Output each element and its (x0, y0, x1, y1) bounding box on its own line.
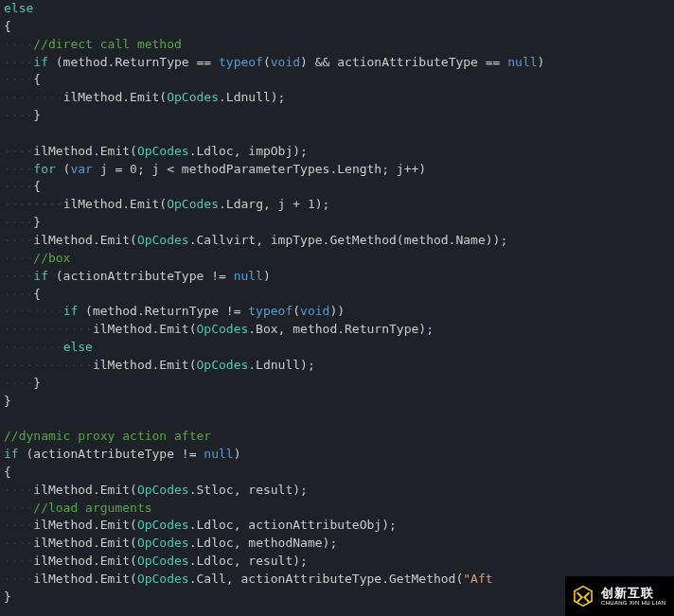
indent: ········ (4, 197, 63, 211)
keyword-var: var (70, 162, 92, 176)
indent: ···· (4, 233, 33, 247)
code-text: .Ldarg, j + (219, 197, 308, 211)
code-text: ) (263, 269, 271, 283)
class-opcodes: OpCodes (137, 233, 189, 247)
class-opcodes: OpCodes (137, 554, 189, 568)
keyword-else: else (63, 340, 93, 354)
keyword-null: null (204, 447, 233, 461)
code-text: .Ldloc, impObj); (189, 144, 308, 158)
indent: ···· (4, 269, 33, 283)
class-opcodes: OpCodes (167, 90, 219, 104)
class-opcodes: OpCodes (197, 322, 249, 336)
logo-chinese: 创新互联 (601, 587, 665, 600)
keyword-if: if (33, 269, 48, 283)
brace: { (33, 287, 41, 301)
keyword-if: if (33, 55, 48, 69)
indent: ···· (4, 251, 33, 265)
class-opcodes: OpCodes (137, 144, 189, 158)
brace: { (33, 179, 41, 193)
keyword-if: if (4, 447, 19, 461)
brace: } (4, 394, 11, 408)
comment: //direct call method (33, 37, 182, 51)
code-text: .Box, method.ReturnType); (248, 322, 434, 336)
indent: ···· (4, 144, 33, 158)
code-text: ilMethod.Emit( (93, 322, 197, 336)
indent: ···· (4, 37, 33, 51)
logo-text: 创新互联 CHUANG XIN HU LIAN (601, 587, 665, 606)
indent: ···· (4, 162, 33, 176)
code-text: (actionAttributeType != (19, 447, 204, 461)
code-text: ilMethod.Emit( (33, 554, 137, 568)
code-text: ( (293, 304, 300, 318)
code-text: ilMethod.Emit( (33, 518, 137, 532)
code-text: j = (93, 162, 130, 176)
code-text: ilMethod.Emit( (33, 233, 137, 247)
keyword-for: for (33, 162, 55, 176)
class-opcodes: OpCodes (137, 536, 189, 550)
keyword-typeof: typeof (219, 55, 263, 69)
indent: ············ (4, 358, 93, 372)
indent: ···· (4, 215, 33, 229)
code-text: ilMethod.Emit( (63, 90, 168, 104)
comment: //load arguments (33, 501, 151, 515)
brace: { (4, 19, 11, 33)
indent: ········ (4, 340, 63, 354)
code-text: ); (315, 197, 330, 211)
watermark-logo: 创新互联 CHUANG XIN HU LIAN (565, 576, 674, 616)
brace: } (33, 215, 41, 229)
code-text: ilMethod.Emit( (33, 483, 137, 497)
code-text: ilMethod.Emit( (33, 144, 137, 158)
code-text: ( (56, 162, 71, 176)
code-text: ) (538, 55, 545, 69)
class-opcodes: OpCodes (197, 358, 249, 372)
logo-pinyin: CHUANG XIN HU LIAN (601, 600, 665, 606)
code-text: (actionAttributeType != (48, 269, 234, 283)
keyword-null: null (234, 269, 263, 283)
code-text: ( (263, 55, 271, 69)
code-text: .Call, actionAttributeType.GetMethod( (189, 572, 464, 586)
indent: ···· (4, 179, 33, 193)
code-editor: else { ····//direct call method ····if (… (0, 0, 674, 607)
brace: { (4, 465, 11, 479)
indent: ···· (4, 572, 33, 586)
brace: } (33, 376, 41, 390)
brace: } (4, 590, 11, 604)
keyword-void: void (300, 304, 329, 318)
code-text: .Ldloc, methodName); (189, 536, 338, 550)
indent: ···· (4, 501, 33, 515)
code-text: .Callvirt, impType.GetMethod(method.Name… (189, 233, 508, 247)
string-literal: "Aft (463, 572, 492, 586)
code-text: .Ldnull); (248, 358, 314, 372)
keyword-if: if (63, 304, 79, 318)
indent: ···· (4, 536, 33, 550)
indent: ········ (4, 304, 63, 318)
brace: } (33, 108, 41, 122)
indent: ···· (4, 376, 33, 390)
code-text: )) (329, 304, 345, 318)
code-text: .Ldnull); (219, 90, 285, 104)
comment: //box (33, 251, 70, 265)
keyword-else: else (4, 1, 33, 15)
indent: ···· (4, 55, 33, 69)
code-text: (method.ReturnType == (48, 55, 219, 69)
code-text: ; j < methodParameterTypes.Length; j++) (137, 162, 426, 176)
comment: //dynamic proxy action after (4, 429, 211, 443)
code-text: ) && actionAttributeType == (300, 55, 507, 69)
indent: ············ (4, 322, 93, 336)
logo-icon (571, 584, 595, 608)
indent: ···· (4, 108, 33, 122)
class-opcodes: OpCodes (137, 483, 189, 497)
brace: { (33, 72, 41, 86)
indent: ···· (4, 554, 33, 568)
code-text: .Stloc, result); (189, 483, 308, 497)
keyword-typeof: typeof (248, 304, 293, 318)
code-text: ) (234, 447, 241, 461)
indent: ···· (4, 483, 33, 497)
code-text: ilMethod.Emit( (33, 536, 137, 550)
indent: ···· (4, 518, 33, 532)
indent: ···· (4, 72, 33, 86)
code-text: (method.ReturnType != (78, 304, 248, 318)
keyword-null: null (507, 55, 537, 69)
code-text: ilMethod.Emit( (63, 197, 168, 211)
indent: ···· (4, 287, 33, 301)
